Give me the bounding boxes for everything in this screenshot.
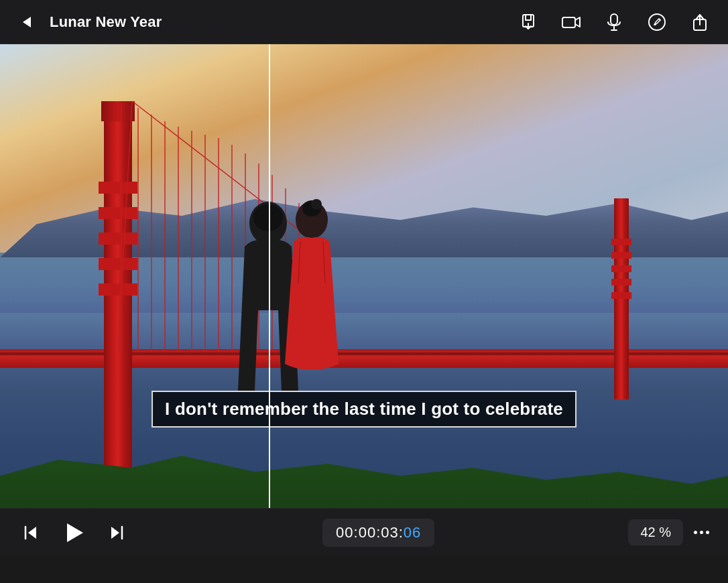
svg-rect-2 (562, 17, 575, 27)
more-button[interactable] (694, 531, 709, 534)
header-bar: Lunar New Year (0, 0, 728, 44)
video-frame: I don't remember the last time I got to … (0, 44, 728, 508)
dot1 (694, 531, 697, 534)
timecode-main: 00:00:03: (336, 524, 404, 541)
skip-back-button[interactable] (19, 521, 43, 545)
share-button[interactable] (688, 10, 712, 34)
zoom-level: 42 % (628, 519, 683, 545)
video-player[interactable]: I don't remember the last time I got to … (0, 44, 728, 508)
play-icon (67, 523, 83, 542)
header-left: Lunar New Year (16, 11, 162, 33)
svg-line-7 (659, 19, 660, 20)
back-button[interactable] (16, 11, 38, 33)
camera-button[interactable] (559, 10, 583, 34)
controls-right: 42 % (628, 519, 709, 545)
video-playhead (269, 44, 270, 508)
svg-point-28 (253, 204, 283, 231)
project-title: Lunar New Year (50, 13, 162, 31)
timecode-frames: 06 (404, 524, 421, 541)
dot3 (706, 531, 709, 534)
edit-button[interactable] (645, 10, 669, 34)
timeline-strip[interactable] (0, 556, 728, 583)
dot2 (700, 531, 703, 534)
play-button[interactable] (59, 518, 88, 547)
svg-point-31 (311, 199, 322, 210)
svg-point-6 (649, 14, 665, 30)
svg-rect-3 (611, 14, 617, 25)
timeline-area (0, 556, 728, 583)
save-button[interactable] (516, 10, 540, 34)
back-chevron-icon (23, 17, 31, 27)
svg-line-11 (118, 101, 132, 352)
controls-bar: 00:00:03:06 42 % (0, 508, 728, 556)
playback-controls (19, 518, 129, 547)
microphone-button[interactable] (602, 10, 626, 34)
header-right (516, 10, 712, 34)
bridge-tower-right (614, 198, 629, 399)
video-subtitle: I don't remember the last time I got to … (151, 391, 577, 428)
timecode-display: 00:00:03:06 (322, 519, 434, 547)
skip-forward-button[interactable] (105, 521, 129, 545)
